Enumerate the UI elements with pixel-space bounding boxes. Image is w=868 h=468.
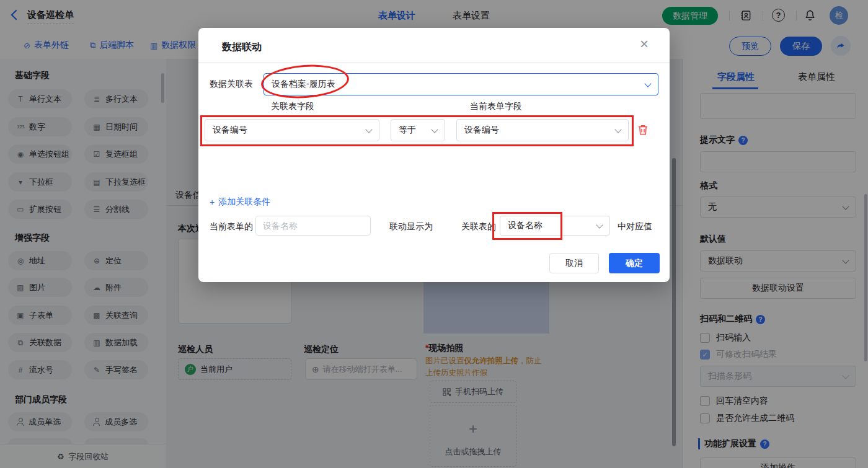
cancel-button[interactable]: 取消 [549,253,599,273]
modal-title: 数据联动 [222,41,262,54]
current-form-label: 当前表单的 [210,221,253,232]
link-table-label: 数据关联表 [210,79,253,90]
annotation-box-condition-row [200,115,634,146]
confirm-button[interactable]: 确定 [609,253,660,273]
close-icon[interactable]: × [640,37,649,51]
display-as-label: 联动显示为 [389,221,433,232]
trash-icon [637,124,649,136]
plus-icon: + [210,197,215,207]
chevron-down-icon [596,221,603,228]
value-suffix-label: 中对应值 [618,221,652,232]
column-header-right: 当前表单字段 [470,101,522,112]
add-condition-link[interactable]: + 添加关联条件 [210,196,270,208]
column-header-left: 关联表字段 [271,101,314,112]
add-condition-label: 添加关联条件 [218,196,270,208]
current-form-field-input[interactable] [255,216,371,236]
modal-header-divider [198,62,670,63]
annotation-box-linked-field [492,212,562,240]
data-linkage-modal: 数据联动 × 数据关联表 设备档案-履历表 关联表字段 当前表单字段 设备编号 … [198,28,670,282]
chevron-down-icon [644,80,651,87]
app-window: 设备巡检单 表单设计 表单设置 数据管理 ? 检 ⊘ 表单外链 ⧉ 后端脚本 ▥… [0,0,868,468]
delete-condition-button[interactable] [637,124,649,138]
linked-table-label: 关联表的 [461,221,496,232]
